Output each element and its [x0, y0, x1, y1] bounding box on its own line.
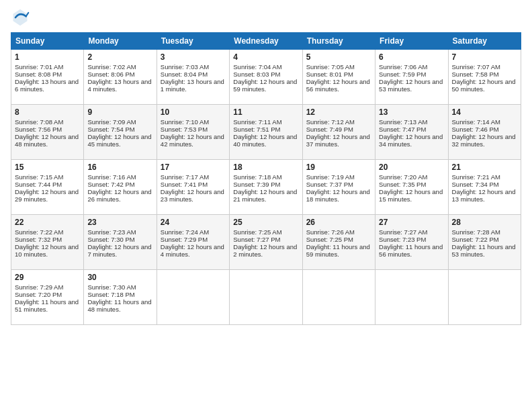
calendar-cell: 24Sunrise: 7:24 AMSunset: 7:29 PMDayligh… [157, 215, 229, 270]
col-monday: Monday [84, 33, 157, 50]
day-number: 10 [161, 107, 226, 117]
col-tuesday: Tuesday [157, 33, 229, 50]
calendar-week-row: 22Sunrise: 7:22 AMSunset: 7:32 PMDayligh… [11, 215, 521, 270]
col-wednesday: Wednesday [230, 33, 302, 50]
calendar-week-row: 8Sunrise: 7:08 AMSunset: 7:56 PMDaylight… [11, 105, 521, 160]
col-sunday: Sunday [11, 33, 84, 50]
sunset: Sunset: 7:47 PM [379, 126, 426, 133]
day-number: 20 [379, 163, 444, 172]
sunrise: Sunrise: 7:04 AM [233, 63, 281, 71]
calendar-cell: 27Sunrise: 7:27 AMSunset: 7:23 PMDayligh… [375, 215, 448, 270]
sunset: Sunset: 7:25 PM [306, 236, 353, 243]
day-number: 8 [15, 107, 80, 117]
sunrise: Sunrise: 7:03 AM [161, 63, 209, 71]
sunrise: Sunrise: 7:05 AM [306, 63, 355, 71]
sunset: Sunset: 7:22 PM [452, 236, 499, 243]
calendar-cell: 15Sunrise: 7:15 AMSunset: 7:44 PMDayligh… [11, 160, 84, 215]
calendar-cell: 23Sunrise: 7:23 AMSunset: 7:30 PMDayligh… [84, 215, 157, 270]
sunset: Sunset: 7:56 PM [15, 126, 62, 133]
day-number: 19 [306, 163, 371, 172]
daylight: Daylight: 12 hours and 13 minutes. [452, 188, 516, 203]
daylight: Daylight: 11 hours and 48 minutes. [87, 298, 151, 313]
calendar-cell: 1Sunrise: 7:01 AMSunset: 8:08 PMDaylight… [11, 50, 84, 105]
daylight: Daylight: 13 hours and 4 minutes. [87, 78, 151, 93]
day-number: 21 [452, 163, 517, 172]
day-number: 3 [161, 52, 226, 62]
calendar-cell: 5Sunrise: 7:05 AMSunset: 8:01 PMDaylight… [302, 50, 375, 105]
calendar-cell: 17Sunrise: 7:17 AMSunset: 7:41 PMDayligh… [157, 160, 229, 215]
sunset: Sunset: 7:27 PM [233, 236, 280, 243]
daylight: Daylight: 11 hours and 53 minutes. [452, 243, 516, 258]
sunset: Sunset: 7:59 PM [379, 71, 426, 78]
sunrise: Sunrise: 7:06 AM [379, 63, 427, 71]
daylight: Daylight: 11 hours and 56 minutes. [379, 243, 443, 258]
day-number: 23 [87, 218, 152, 227]
day-number: 12 [306, 107, 371, 117]
sunrise: Sunrise: 7:26 AM [306, 228, 355, 236]
daylight: Daylight: 11 hours and 59 minutes. [306, 243, 370, 258]
header-row: Sunday Monday Tuesday Wednesday Thursday… [11, 33, 521, 50]
sunset: Sunset: 7:34 PM [452, 181, 499, 188]
sunset: Sunset: 7:42 PM [87, 181, 134, 188]
calendar-week-row: 1Sunrise: 7:01 AMSunset: 8:08 PMDaylight… [11, 50, 521, 105]
sunrise: Sunrise: 7:02 AM [87, 63, 136, 71]
daylight: Daylight: 12 hours and 50 minutes. [452, 78, 516, 93]
daylight: Daylight: 12 hours and 21 minutes. [233, 188, 297, 203]
day-number: 14 [452, 107, 517, 117]
sunrise: Sunrise: 7:25 AM [233, 228, 281, 236]
day-number: 5 [306, 52, 371, 62]
day-number: 1 [15, 52, 80, 62]
sunrise: Sunrise: 7:10 AM [161, 118, 209, 126]
sunrise: Sunrise: 7:27 AM [379, 228, 427, 236]
sunrise: Sunrise: 7:14 AM [452, 118, 500, 126]
sunset: Sunset: 7:29 PM [161, 236, 208, 243]
calendar-cell: 20Sunrise: 7:20 AMSunset: 7:35 PMDayligh… [375, 160, 448, 215]
col-friday: Friday [375, 33, 448, 50]
calendar-cell: 18Sunrise: 7:18 AMSunset: 7:39 PMDayligh… [230, 160, 302, 215]
sunset: Sunset: 7:20 PM [15, 291, 62, 298]
day-number: 9 [87, 107, 152, 117]
sunset: Sunset: 8:04 PM [161, 71, 208, 78]
sunset: Sunset: 7:53 PM [161, 126, 208, 133]
daylight: Daylight: 12 hours and 56 minutes. [306, 78, 370, 93]
sunrise: Sunrise: 7:23 AM [87, 228, 136, 236]
day-number: 2 [87, 52, 152, 62]
calendar-cell [375, 270, 448, 325]
day-number: 24 [161, 218, 226, 227]
sunrise: Sunrise: 7:13 AM [379, 118, 427, 126]
sunrise: Sunrise: 7:18 AM [233, 173, 281, 181]
calendar-cell: 4Sunrise: 7:04 AMSunset: 8:03 PMDaylight… [230, 50, 302, 105]
day-number: 25 [233, 218, 298, 227]
col-thursday: Thursday [302, 33, 375, 50]
sunset: Sunset: 7:46 PM [452, 126, 499, 133]
sunrise: Sunrise: 7:24 AM [161, 228, 209, 236]
day-number: 11 [233, 107, 298, 117]
day-number: 26 [306, 218, 371, 227]
calendar-cell: 10Sunrise: 7:10 AMSunset: 7:53 PMDayligh… [157, 105, 229, 160]
daylight: Daylight: 12 hours and 59 minutes. [233, 78, 297, 93]
sunset: Sunset: 8:01 PM [306, 71, 353, 78]
daylight: Daylight: 12 hours and 40 minutes. [233, 133, 297, 148]
logo [11, 8, 31, 27]
daylight: Daylight: 12 hours and 48 minutes. [15, 133, 79, 148]
calendar-cell: 26Sunrise: 7:26 AMSunset: 7:25 PMDayligh… [302, 215, 375, 270]
day-number: 7 [452, 52, 517, 62]
day-number: 17 [161, 163, 226, 172]
daylight: Daylight: 12 hours and 29 minutes. [15, 188, 79, 203]
sunset: Sunset: 7:39 PM [233, 181, 280, 188]
sunset: Sunset: 8:03 PM [233, 71, 280, 78]
calendar-cell: 28Sunrise: 7:28 AMSunset: 7:22 PMDayligh… [448, 215, 521, 270]
daylight: Daylight: 12 hours and 34 minutes. [379, 133, 443, 148]
day-number: 15 [15, 163, 80, 172]
calendar-cell: 9Sunrise: 7:09 AMSunset: 7:54 PMDaylight… [84, 105, 157, 160]
day-number: 30 [87, 273, 152, 282]
day-number: 28 [452, 218, 517, 227]
sunset: Sunset: 7:51 PM [233, 126, 280, 133]
calendar-page: Sunday Monday Tuesday Wednesday Thursday… [0, 0, 532, 411]
calendar-cell: 16Sunrise: 7:16 AMSunset: 7:42 PMDayligh… [84, 160, 157, 215]
sunset: Sunset: 8:06 PM [87, 71, 134, 78]
calendar-cell: 14Sunrise: 7:14 AMSunset: 7:46 PMDayligh… [448, 105, 521, 160]
sunrise: Sunrise: 7:11 AM [233, 118, 281, 126]
daylight: Daylight: 12 hours and 23 minutes. [161, 188, 224, 203]
sunrise: Sunrise: 7:07 AM [452, 63, 500, 71]
